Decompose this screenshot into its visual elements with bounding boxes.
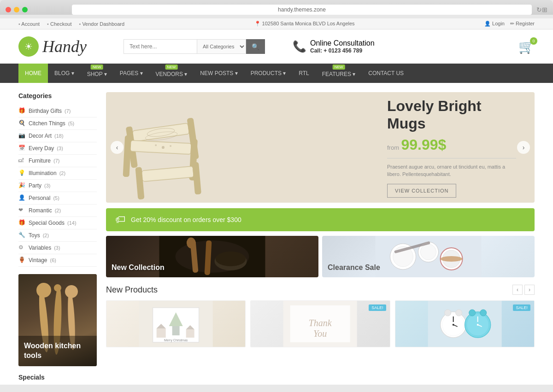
search-area: All Categories 🔍 bbox=[124, 39, 265, 54]
furniture-icon: 🛋 bbox=[18, 157, 26, 164]
close-window-button[interactable] bbox=[6, 7, 11, 12]
svg-point-38 bbox=[421, 244, 436, 260]
user-links: 👤 Login ✏ Register bbox=[484, 21, 535, 27]
sidebar-promo[interactable]: Wooden kitchen tools bbox=[18, 274, 97, 366]
list-item[interactable]: 🛋 Furniture (7) bbox=[18, 155, 97, 167]
cart-badge: 0 bbox=[530, 37, 537, 45]
minimize-window-button[interactable] bbox=[14, 7, 19, 12]
svg-point-41 bbox=[441, 256, 463, 262]
svg-point-63 bbox=[452, 324, 454, 326]
svg-point-33 bbox=[216, 252, 246, 266]
light-icon: 💡 bbox=[18, 170, 26, 177]
consultation-label: Online Consultation bbox=[310, 39, 375, 47]
list-item[interactable]: ❤ Romantic (2) bbox=[18, 205, 97, 217]
products-prev-button[interactable]: ‹ bbox=[512, 285, 523, 295]
cart-area[interactable]: 🛒 0 bbox=[518, 39, 535, 54]
clearance-label: Clearance Sale bbox=[328, 263, 380, 272]
consultation-area: 📞 Online Consultation Call: + 0123 456 7… bbox=[293, 39, 375, 54]
slider-image bbox=[115, 92, 244, 203]
nav-home[interactable]: HOME bbox=[18, 64, 48, 83]
svg-point-5 bbox=[65, 285, 78, 298]
specials-title: Specials bbox=[18, 374, 97, 381]
categories-title: Categories bbox=[18, 92, 97, 99]
category-count: (6) bbox=[50, 257, 56, 263]
category-name: Personal bbox=[29, 195, 50, 201]
svg-point-66 bbox=[469, 310, 475, 316]
svg-point-60 bbox=[455, 310, 462, 316]
logo-area: ☀ Handy bbox=[18, 36, 87, 57]
product-card[interactable]: Merry Christmas bbox=[106, 300, 246, 347]
new-collection-card[interactable]: New Collection bbox=[106, 236, 318, 277]
list-item[interactable]: 🎉 Party (3) bbox=[18, 180, 97, 192]
list-item[interactable]: 📅 Every Day (3) bbox=[18, 142, 97, 155]
category-count: (5) bbox=[53, 195, 59, 201]
site-wrapper: Account Checkout Vendor Dashboard 102580… bbox=[0, 18, 553, 385]
view-collection-button[interactable]: VIEW COLLECTION bbox=[387, 184, 456, 198]
product-card[interactable]: SALE! Thank You bbox=[250, 300, 390, 347]
kitchen-icon: 🍳 bbox=[18, 120, 26, 127]
svg-rect-49 bbox=[186, 329, 194, 338]
navigation: HOME BLOG ▾ NEW SHOP ▾ PAGES ▾ NEW VENDO… bbox=[0, 64, 553, 83]
checkout-link[interactable]: Checkout bbox=[47, 21, 71, 27]
list-item[interactable]: 💡 Illumination (2) bbox=[18, 167, 97, 180]
product-card[interactable]: SALE! bbox=[395, 300, 535, 347]
slider-prev-button[interactable]: ‹ bbox=[111, 141, 124, 154]
category-name: Every Day bbox=[29, 145, 54, 152]
list-item[interactable]: 🎁 Birthday Gifts (7) bbox=[18, 105, 97, 117]
nav-shop[interactable]: NEW SHOP ▾ bbox=[81, 64, 113, 83]
refresh-icon[interactable]: ↻ bbox=[536, 6, 542, 13]
category-select[interactable]: All Categories bbox=[197, 39, 246, 54]
category-list: 🎁 Birthday Gifts (7) 🍳 Citchen Things (5… bbox=[18, 105, 97, 267]
category-name: Romantic bbox=[29, 207, 52, 214]
nav-new-posts[interactable]: NEW POSTS ▾ bbox=[194, 64, 244, 83]
nav-contact[interactable]: CONTACT US bbox=[362, 64, 410, 83]
category-name: Party bbox=[29, 182, 41, 189]
consultation-number: Call: + 0123 456 789 bbox=[310, 47, 375, 54]
products-next-button[interactable]: › bbox=[524, 285, 535, 295]
person-icon: 👤 bbox=[18, 194, 26, 202]
list-item[interactable]: 🎁 Special Goods (14) bbox=[18, 217, 97, 229]
search-button[interactable]: 🔍 bbox=[246, 39, 265, 54]
url-bar[interactable]: handy.themes.zone bbox=[72, 5, 532, 15]
login-link[interactable]: 👤 Login bbox=[484, 21, 505, 27]
nav-blog[interactable]: BLOG ▾ bbox=[48, 64, 81, 83]
product-1-svg: Merry Christmas bbox=[106, 301, 245, 347]
product-image: SALE! bbox=[395, 301, 534, 347]
list-item[interactable]: 🔧 Toys (2) bbox=[18, 229, 97, 242]
category-count: (14) bbox=[67, 220, 76, 226]
category-name: Vintage bbox=[29, 257, 47, 263]
maximize-window-button[interactable] bbox=[22, 7, 28, 12]
expand-icon[interactable]: ⊞ bbox=[542, 6, 547, 13]
slider-next-button[interactable]: › bbox=[517, 141, 530, 154]
toys-icon: 🔧 bbox=[18, 232, 26, 239]
clearance-card[interactable]: Clearance Sale bbox=[322, 236, 535, 277]
nav-pages[interactable]: PAGES ▾ bbox=[113, 64, 149, 83]
nav-features[interactable]: NEW FEATURES ▾ bbox=[316, 64, 362, 83]
variables-icon: ⚙ bbox=[18, 244, 26, 252]
special-icon: 🎁 bbox=[18, 219, 26, 227]
list-item[interactable]: ⚙ Variables (3) bbox=[18, 242, 97, 254]
list-item[interactable]: 👤 Personal (5) bbox=[18, 192, 97, 205]
calendar-icon: 📅 bbox=[18, 145, 26, 152]
list-item[interactable]: 🍳 Citchen Things (5) bbox=[18, 117, 97, 130]
category-count: (7) bbox=[65, 108, 71, 114]
nav-products[interactable]: PRODUCTS ▾ bbox=[244, 64, 293, 83]
promo-grid: New Collection bbox=[106, 236, 535, 277]
list-item[interactable]: 🏺 Vintage (6) bbox=[18, 254, 97, 267]
vendor-link[interactable]: Vendor Dashboard bbox=[79, 21, 124, 27]
category-count: (3) bbox=[57, 146, 63, 151]
nav-vendors[interactable]: NEW VENDORS ▾ bbox=[149, 64, 194, 83]
svg-point-70 bbox=[477, 324, 478, 326]
nav-rtl[interactable]: RTL bbox=[292, 64, 315, 83]
search-input[interactable] bbox=[124, 39, 197, 54]
slider-divider bbox=[387, 158, 516, 158]
category-count: (2) bbox=[55, 208, 61, 213]
browser-titlebar: handy.themes.zone ↻ ⊞ bbox=[6, 5, 547, 15]
window-controls bbox=[6, 7, 28, 12]
list-item[interactable]: 📷 Decor Art (18) bbox=[18, 130, 97, 142]
account-link[interactable]: Account bbox=[18, 21, 40, 27]
discount-text: Get 20% discount on orders over $300 bbox=[131, 216, 241, 223]
hero-slider: Lovely Bright Mugs from 99.99$ Praesent … bbox=[106, 92, 535, 203]
slider-content: Lovely Bright Mugs from 99.99$ Praesent … bbox=[387, 97, 516, 198]
register-link[interactable]: ✏ Register bbox=[510, 21, 535, 27]
